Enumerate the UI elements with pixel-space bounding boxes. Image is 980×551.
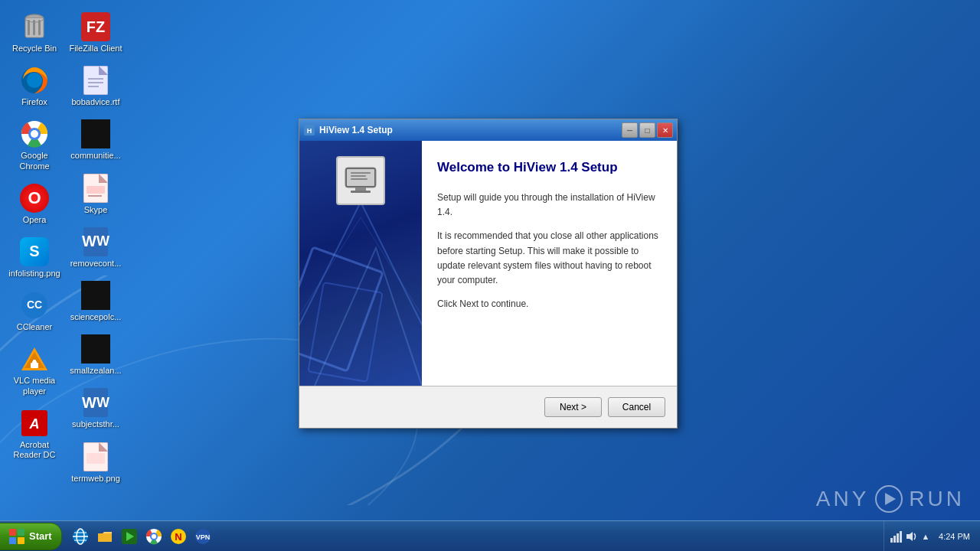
desktop-icon-ccleaner[interactable]: CC CCleaner — [4, 286, 65, 336]
acrobat-icon: A — [19, 408, 50, 439]
tray-network-icon[interactable] — [890, 530, 903, 543]
installer-logo-inner — [341, 161, 380, 200]
svg-rect-2 — [28, 20, 30, 35]
svg-rect-59 — [897, 533, 899, 543]
dialog-title-icon: H — [303, 124, 315, 136]
desktop-icon-skype[interactable]: S infolisting.png — [4, 233, 65, 282]
dialog-body-text1: Setup will guide you through the install… — [437, 191, 662, 220]
bobadvice-label: bobadvice.rtf — [72, 97, 120, 107]
system-clock[interactable]: 4:24 PM — [935, 532, 974, 541]
svg-point-10 — [31, 130, 38, 138]
svg-rect-4 — [38, 20, 41, 35]
sciencepolic-icon — [80, 280, 111, 311]
dialog-body-text2: It is recommended that you close all oth… — [437, 229, 662, 288]
dialog-title-text: HiView 1.4 Setup — [319, 125, 622, 135]
cancel-button[interactable]: Cancel — [608, 397, 665, 417]
opera-label: Opera — [23, 215, 47, 225]
win-quad-yellow — [18, 537, 24, 544]
taskbar-ie-icon[interactable] — [70, 526, 91, 547]
infolisting-icon — [80, 173, 111, 204]
taskbar-folder-icon[interactable] — [94, 526, 116, 547]
skype-icon: S — [19, 236, 50, 267]
setup-dialog: H HiView 1.4 Setup ─ □ ✕ — [299, 119, 678, 429]
svg-rect-33 — [87, 453, 105, 464]
desktop-icon-bobadvice[interactable]: bobadvice.rtf — [65, 61, 126, 111]
taskbar-vpn-icon[interactable]: VPN — [192, 526, 214, 547]
bobadvice-icon — [80, 65, 111, 96]
desktop-icon-termweb[interactable]: termweb.png — [65, 438, 126, 487]
svg-rect-25 — [88, 82, 103, 83]
start-button[interactable]: Start — [0, 523, 62, 550]
filezilla-icon: FZ — [80, 11, 111, 42]
smallzealan-label: smallzealan... — [70, 366, 121, 376]
restore-button[interactable]: □ — [639, 122, 655, 138]
firefox-icon — [19, 65, 50, 96]
desktop-icon-vlc[interactable]: VLC media player — [4, 340, 65, 399]
taskbar: Start — [0, 520, 980, 551]
svg-text:H: H — [307, 127, 312, 135]
desktop-icon-communities[interactable]: communitie... — [65, 115, 126, 165]
desktop-icon-removecont[interactable]: W removecont... — [65, 223, 126, 272]
svg-text:FZ: FZ — [87, 18, 105, 35]
taskbar-tray: ▲ 4:24 PM — [884, 521, 980, 551]
next-button[interactable]: Next > — [544, 397, 602, 417]
close-button[interactable]: ✕ — [657, 122, 673, 138]
removecont-icon: W — [80, 227, 111, 257]
svg-rect-58 — [893, 536, 896, 543]
taskbar-norton-icon[interactable]: N — [168, 526, 189, 547]
desktop-icon-chrome[interactable]: Google Chrome — [4, 115, 65, 174]
desktop-icon-smallzealan[interactable]: smallzealan... — [65, 330, 126, 380]
desktop-icon-opera[interactable]: O Opera — [4, 179, 65, 229]
taskbar-media-icon[interactable] — [119, 526, 140, 547]
vlc-label: VLC media player — [8, 376, 61, 396]
svg-text:CC: CC — [27, 298, 42, 311]
recycle-bin-icon — [19, 11, 50, 42]
infolisting-label: Skype — [84, 205, 108, 215]
taskbar-quicklaunch: N VPN — [66, 526, 884, 547]
desktop-icon-sciencepolic[interactable]: sciencepolc... — [65, 276, 126, 326]
desktop-icon-firefox[interactable]: Firefox — [4, 61, 65, 111]
svg-rect-29 — [87, 186, 105, 194]
chrome-icon — [19, 119, 50, 149]
start-label: Start — [29, 530, 52, 542]
tray-volume-icon[interactable] — [905, 530, 917, 543]
svg-rect-26 — [88, 86, 99, 87]
taskbar-chrome-icon[interactable] — [143, 526, 165, 547]
desktop-icon-recycle-bin[interactable]: Recycle Bin — [4, 8, 65, 57]
dialog-body: Welcome to HiView 1.4 Setup Setup will g… — [299, 141, 677, 386]
filezilla-label: FileZilla Client — [69, 44, 122, 54]
smallzealan-icon — [80, 334, 111, 364]
svg-marker-61 — [906, 532, 913, 541]
win-quad-green — [18, 529, 24, 536]
svg-text:N: N — [175, 531, 181, 543]
desktop-icon-subjectsthr[interactable]: W subjectsthr... — [65, 383, 126, 433]
sciencepolic-label: sciencepolc... — [70, 312, 122, 322]
communities-label: communitie... — [70, 151, 120, 161]
vlc-icon — [19, 344, 50, 374]
win-quad-red — [9, 529, 16, 536]
svg-rect-60 — [900, 531, 902, 543]
desktop-icon-infolisting[interactable]: Skype — [65, 169, 126, 219]
minimize-button[interactable]: ─ — [622, 122, 638, 138]
desktop-icon-filezilla[interactable]: FZ FileZilla Client — [65, 8, 126, 57]
removecont-label: removecont... — [70, 259, 122, 269]
svg-rect-24 — [88, 78, 103, 80]
dialog-title-buttons: ─ □ ✕ — [622, 122, 673, 138]
dialog-titlebar[interactable]: H HiView 1.4 Setup ─ □ ✕ — [299, 119, 677, 141]
tray-arrow-icon[interactable]: ▲ — [920, 530, 932, 543]
skype-label: infolisting.png — [8, 269, 60, 279]
subjectsthr-icon: W — [80, 387, 111, 418]
ccleaner-icon: CC — [19, 290, 50, 321]
svg-rect-40 — [351, 172, 371, 174]
svg-rect-15 — [31, 363, 38, 368]
desktop-icon-acrobat[interactable]: A Acrobat Reader DC — [4, 404, 65, 464]
communities-icon — [80, 119, 111, 149]
svg-rect-22 — [83, 66, 108, 95]
svg-text:VPN: VPN — [195, 533, 210, 541]
acrobat-label: Acrobat Reader DC — [8, 440, 61, 460]
subjectsthr-label: subjectsthr... — [72, 419, 119, 429]
svg-rect-42 — [351, 178, 368, 180]
dialog-content: Welcome to HiView 1.4 Setup Setup will g… — [422, 141, 677, 386]
svg-rect-37 — [347, 169, 374, 186]
svg-rect-57 — [890, 538, 893, 543]
